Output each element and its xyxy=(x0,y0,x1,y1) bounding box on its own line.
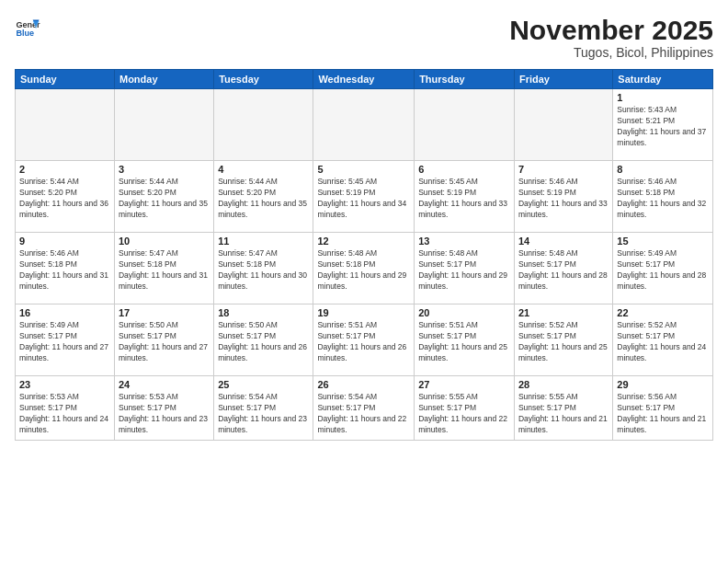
day-info: Sunrise: 5:55 AMSunset: 5:17 PMDaylight:… xyxy=(418,392,510,436)
header: General Blue November 2025 Tugos, Bicol,… xyxy=(15,15,713,60)
day-number: 11 xyxy=(218,236,309,247)
location: Tugos, Bicol, Philippines xyxy=(509,45,713,60)
page: General Blue November 2025 Tugos, Bicol,… xyxy=(0,0,728,563)
table-row xyxy=(16,89,115,161)
table-row: 15Sunrise: 5:49 AMSunset: 5:17 PMDayligh… xyxy=(613,233,713,304)
table-row: 7Sunrise: 5:46 AMSunset: 5:19 PMDaylight… xyxy=(514,161,612,233)
day-info: Sunrise: 5:44 AMSunset: 5:20 PMDaylight:… xyxy=(119,177,210,221)
month-title: November 2025 xyxy=(509,15,713,45)
day-info: Sunrise: 5:52 AMSunset: 5:17 PMDaylight:… xyxy=(617,320,709,364)
table-row: 14Sunrise: 5:48 AMSunset: 5:17 PMDayligh… xyxy=(514,233,612,304)
day-number: 8 xyxy=(617,164,709,175)
day-number: 2 xyxy=(19,164,110,175)
day-number: 3 xyxy=(119,164,210,175)
day-info: Sunrise: 5:55 AMSunset: 5:17 PMDaylight:… xyxy=(518,392,609,436)
weekday-header-row: Sunday Monday Tuesday Wednesday Thursday… xyxy=(16,70,713,89)
table-row: 10Sunrise: 5:47 AMSunset: 5:18 PMDayligh… xyxy=(114,233,213,304)
title-area: November 2025 Tugos, Bicol, Philippines xyxy=(509,15,713,60)
day-number: 21 xyxy=(518,307,609,318)
day-number: 29 xyxy=(617,379,709,390)
table-row: 25Sunrise: 5:54 AMSunset: 5:17 PMDayligh… xyxy=(214,376,313,441)
day-number: 26 xyxy=(317,379,410,390)
day-number: 27 xyxy=(418,379,510,390)
day-number: 10 xyxy=(119,236,210,247)
day-number: 9 xyxy=(19,236,110,247)
table-row xyxy=(514,89,612,161)
table-row: 11Sunrise: 5:47 AMSunset: 5:18 PMDayligh… xyxy=(214,233,313,304)
table-row: 6Sunrise: 5:45 AMSunset: 5:19 PMDaylight… xyxy=(415,161,515,233)
day-number: 18 xyxy=(218,307,309,318)
table-row: 29Sunrise: 5:56 AMSunset: 5:17 PMDayligh… xyxy=(613,376,713,441)
day-info: Sunrise: 5:50 AMSunset: 5:17 PMDaylight:… xyxy=(218,320,309,364)
day-info: Sunrise: 5:53 AMSunset: 5:17 PMDaylight:… xyxy=(19,392,110,436)
day-info: Sunrise: 5:53 AMSunset: 5:17 PMDaylight:… xyxy=(119,392,210,436)
header-saturday: Saturday xyxy=(613,70,713,89)
day-info: Sunrise: 5:44 AMSunset: 5:20 PMDaylight:… xyxy=(218,177,309,221)
table-row: 12Sunrise: 5:48 AMSunset: 5:18 PMDayligh… xyxy=(313,233,415,304)
table-row: 13Sunrise: 5:48 AMSunset: 5:17 PMDayligh… xyxy=(415,233,515,304)
day-number: 24 xyxy=(119,379,210,390)
calendar-row: 9Sunrise: 5:46 AMSunset: 5:18 PMDaylight… xyxy=(16,233,713,304)
calendar: Sunday Monday Tuesday Wednesday Thursday… xyxy=(15,69,713,441)
table-row: 22Sunrise: 5:52 AMSunset: 5:17 PMDayligh… xyxy=(613,304,713,376)
table-row xyxy=(214,89,313,161)
day-info: Sunrise: 5:45 AMSunset: 5:19 PMDaylight:… xyxy=(317,177,410,221)
calendar-row: 2Sunrise: 5:44 AMSunset: 5:20 PMDaylight… xyxy=(16,161,713,233)
table-row: 9Sunrise: 5:46 AMSunset: 5:18 PMDaylight… xyxy=(16,233,115,304)
day-info: Sunrise: 5:54 AMSunset: 5:17 PMDaylight:… xyxy=(317,392,410,436)
day-info: Sunrise: 5:48 AMSunset: 5:18 PMDaylight:… xyxy=(317,248,410,293)
day-number: 20 xyxy=(418,307,510,318)
table-row: 4Sunrise: 5:44 AMSunset: 5:20 PMDaylight… xyxy=(214,161,313,233)
table-row: 21Sunrise: 5:52 AMSunset: 5:17 PMDayligh… xyxy=(514,304,612,376)
table-row: 27Sunrise: 5:55 AMSunset: 5:17 PMDayligh… xyxy=(415,376,515,441)
table-row: 26Sunrise: 5:54 AMSunset: 5:17 PMDayligh… xyxy=(313,376,415,441)
header-wednesday: Wednesday xyxy=(313,70,415,89)
table-row: 3Sunrise: 5:44 AMSunset: 5:20 PMDaylight… xyxy=(114,161,213,233)
table-row: 8Sunrise: 5:46 AMSunset: 5:18 PMDaylight… xyxy=(613,161,713,233)
day-info: Sunrise: 5:51 AMSunset: 5:17 PMDaylight:… xyxy=(418,320,510,364)
day-info: Sunrise: 5:56 AMSunset: 5:17 PMDaylight:… xyxy=(617,392,709,436)
table-row: 23Sunrise: 5:53 AMSunset: 5:17 PMDayligh… xyxy=(16,376,115,441)
calendar-row: 23Sunrise: 5:53 AMSunset: 5:17 PMDayligh… xyxy=(16,376,713,441)
day-info: Sunrise: 5:47 AMSunset: 5:18 PMDaylight:… xyxy=(119,248,210,293)
day-number: 1 xyxy=(617,92,709,103)
table-row: 1Sunrise: 5:43 AMSunset: 5:21 PMDaylight… xyxy=(613,89,713,161)
day-info: Sunrise: 5:46 AMSunset: 5:18 PMDaylight:… xyxy=(19,248,110,293)
day-info: Sunrise: 5:46 AMSunset: 5:19 PMDaylight:… xyxy=(518,177,609,221)
day-info: Sunrise: 5:47 AMSunset: 5:18 PMDaylight:… xyxy=(218,248,309,293)
logo: General Blue xyxy=(15,15,40,40)
table-row xyxy=(313,89,415,161)
header-friday: Friday xyxy=(514,70,612,89)
day-number: 22 xyxy=(617,307,709,318)
table-row: 20Sunrise: 5:51 AMSunset: 5:17 PMDayligh… xyxy=(415,304,515,376)
header-tuesday: Tuesday xyxy=(214,70,313,89)
logo-icon: General Blue xyxy=(15,15,40,40)
day-number: 5 xyxy=(317,164,410,175)
day-number: 14 xyxy=(518,236,609,247)
day-number: 25 xyxy=(218,379,309,390)
day-info: Sunrise: 5:45 AMSunset: 5:19 PMDaylight:… xyxy=(418,177,510,221)
calendar-row: 16Sunrise: 5:49 AMSunset: 5:17 PMDayligh… xyxy=(16,304,713,376)
svg-text:Blue: Blue xyxy=(16,29,34,38)
day-number: 6 xyxy=(418,164,510,175)
table-row: 24Sunrise: 5:53 AMSunset: 5:17 PMDayligh… xyxy=(114,376,213,441)
day-number: 28 xyxy=(518,379,609,390)
day-number: 12 xyxy=(317,236,410,247)
day-info: Sunrise: 5:51 AMSunset: 5:17 PMDaylight:… xyxy=(317,320,410,364)
day-number: 13 xyxy=(418,236,510,247)
day-info: Sunrise: 5:48 AMSunset: 5:17 PMDaylight:… xyxy=(518,248,609,293)
table-row: 18Sunrise: 5:50 AMSunset: 5:17 PMDayligh… xyxy=(214,304,313,376)
day-info: Sunrise: 5:49 AMSunset: 5:17 PMDaylight:… xyxy=(19,320,110,364)
table-row: 5Sunrise: 5:45 AMSunset: 5:19 PMDaylight… xyxy=(313,161,415,233)
day-info: Sunrise: 5:49 AMSunset: 5:17 PMDaylight:… xyxy=(617,248,709,293)
day-info: Sunrise: 5:43 AMSunset: 5:21 PMDaylight:… xyxy=(617,105,709,149)
day-info: Sunrise: 5:46 AMSunset: 5:18 PMDaylight:… xyxy=(617,177,709,221)
day-number: 15 xyxy=(617,236,709,247)
day-info: Sunrise: 5:48 AMSunset: 5:17 PMDaylight:… xyxy=(418,248,510,293)
table-row: 28Sunrise: 5:55 AMSunset: 5:17 PMDayligh… xyxy=(514,376,612,441)
table-row: 2Sunrise: 5:44 AMSunset: 5:20 PMDaylight… xyxy=(16,161,115,233)
table-row xyxy=(114,89,213,161)
header-monday: Monday xyxy=(114,70,213,89)
day-number: 16 xyxy=(19,307,110,318)
table-row: 17Sunrise: 5:50 AMSunset: 5:17 PMDayligh… xyxy=(114,304,213,376)
